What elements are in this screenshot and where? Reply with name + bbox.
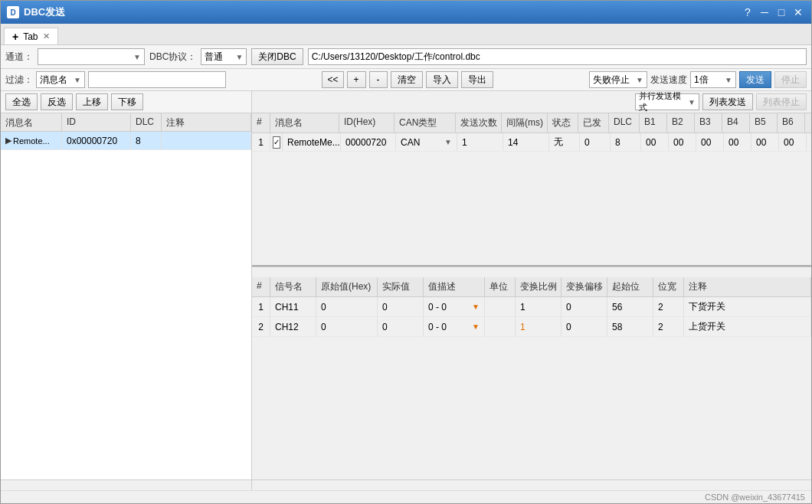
left-h-scrollbar[interactable] (1, 480, 251, 489)
parallel-mode-select[interactable]: 并行发送模式 ▼ (635, 93, 699, 110)
rt-dlc: 8 (611, 133, 641, 151)
title-bar-controls: ? ─ □ ✕ (741, 5, 805, 19)
row-id: 0x00000720 (62, 132, 131, 149)
sr1-actual: 0 (378, 297, 424, 316)
export-button[interactable]: 导出 (461, 71, 493, 88)
rt-id: 00000720 (341, 133, 396, 151)
clear-button[interactable]: 清空 (391, 71, 423, 88)
sh-signal-name: 信号名 (270, 277, 316, 296)
rh-send-count: 发送次数 (456, 113, 502, 133)
watermark-text: CSDN @weixin_43677415 (705, 493, 805, 502)
file-path-display: C:/Users/13120/Desktop/工作/control.dbc (308, 48, 807, 65)
rh-msg-name: 消息名 (270, 113, 339, 133)
list-stop-button[interactable]: 列表停止 (756, 93, 807, 110)
rh-b6: B6 (778, 113, 805, 133)
speed-arrow: ▼ (725, 76, 732, 84)
filter-type-value: 消息名 (40, 74, 70, 87)
signal-row-1[interactable]: 1 CH11 0 0 0 - 0 ▼ 1 0 56 2 下货开关 (252, 297, 811, 317)
sr2-bit-width: 2 (653, 317, 684, 336)
protocol-dropdown-arrow: ▼ (235, 53, 243, 61)
list-send-button[interactable]: 列表发送 (702, 93, 753, 110)
tab-add-icon[interactable]: + (12, 31, 18, 43)
up-button[interactable]: 上移 (76, 93, 108, 110)
filter-input[interactable] (88, 71, 226, 88)
select-all-button[interactable]: 全选 (5, 93, 38, 110)
rt-checkbox-cell[interactable]: ✓ (270, 133, 283, 151)
left-bottom-scroll (1, 479, 251, 490)
maximize-button[interactable]: □ (774, 5, 788, 19)
row-dlc: 8 (131, 132, 162, 149)
app-icon: D (7, 6, 19, 18)
tab-item[interactable]: + Tab ✕ (4, 28, 58, 44)
sr2-start-bit: 58 (607, 317, 653, 336)
window-title: DBC发送 (24, 5, 65, 19)
sh-offset: 变换偏移 (562, 277, 607, 296)
protocol-select[interactable]: 普通 ▼ (201, 48, 247, 65)
signal-panel: # 信号名 原始值(Hex) 实际值 值描述 单位 变换比例 变换偏移 起始位 … (252, 277, 811, 490)
action-row: 全选 反选 上移 下移 (1, 91, 251, 113)
right-table-row[interactable]: 1 ✓ RemoteMe... 00000720 CAN ▼ 1 14 无 0 … (252, 133, 811, 152)
rh-b3: B3 (695, 113, 722, 133)
filter-type-arrow: ▼ (74, 76, 81, 84)
speed-select[interactable]: 1倍 ▼ (690, 71, 736, 88)
rt-sent: 0 (580, 133, 611, 151)
rt-b4: 00 (724, 133, 751, 151)
sr2-desc-arrow: ▼ (472, 322, 480, 331)
sr1-num: 1 (252, 297, 270, 316)
sr1-unit (485, 297, 516, 316)
header-msg-name: 消息名 (1, 113, 62, 131)
fail-stop-label: 失败停止 (593, 74, 633, 87)
channel-dropdown-arrow: ▼ (133, 53, 141, 61)
stop-button[interactable]: 停止 (774, 71, 807, 88)
send-button[interactable]: 发送 (739, 71, 771, 88)
help-button[interactable]: ? (741, 5, 755, 19)
right-h-scrollbar[interactable] (252, 267, 811, 277)
invert-button[interactable]: 反选 (41, 93, 73, 110)
minimize-button[interactable]: ─ (758, 5, 771, 19)
import-button[interactable]: 导入 (426, 71, 458, 88)
remove-button[interactable]: - (369, 71, 388, 88)
sr2-name: CH12 (270, 317, 316, 336)
sh-note: 注释 (684, 277, 811, 296)
rt-status: 无 (549, 133, 580, 151)
row-msg-name: ▶ Remote... (1, 132, 62, 149)
title-bar-left: D DBC发送 (7, 5, 65, 19)
sr1-name: CH11 (270, 297, 316, 316)
sr1-offset: 0 (562, 297, 607, 316)
down-button[interactable]: 下移 (111, 93, 143, 110)
filter-type-select[interactable]: 消息名 ▼ (36, 71, 85, 88)
row-expand-icon: ▶ (5, 136, 11, 146)
left-table-header: 消息名 ID DLC 注释 (1, 113, 251, 132)
channel-select[interactable]: ▼ (38, 48, 145, 65)
close-button[interactable]: ✕ (791, 5, 805, 19)
right-table-header: # 消息名 ID(Hex) CAN类型 发送次数 间隔(ms) 状态 已发 DL… (252, 113, 811, 133)
sr1-desc[interactable]: 0 - 0 ▼ (424, 297, 485, 316)
rh-b5: B5 (750, 113, 778, 133)
rh-num: # (252, 113, 270, 133)
fail-stop-select[interactable]: 失败停止 ▼ (589, 71, 647, 88)
rh-b1: B1 (640, 113, 667, 133)
sr2-ratio: 1 (516, 317, 562, 336)
close-dbc-button[interactable]: 关闭DBC (251, 48, 303, 65)
sr2-desc[interactable]: 0 - 0 ▼ (424, 317, 485, 336)
signal-rows: 1 CH11 0 0 0 - 0 ▼ 1 0 56 2 下货开关 (252, 297, 811, 479)
sr2-raw: 0 (316, 317, 378, 336)
rt-can-type[interactable]: CAN ▼ (396, 133, 457, 151)
rt-msg-name: RemoteMe... (283, 133, 341, 151)
header-dlc: DLC (131, 113, 162, 131)
speed-label: 发送速度 (650, 74, 687, 87)
rh-b2: B2 (667, 113, 695, 133)
rt-checkbox[interactable]: ✓ (273, 136, 280, 149)
signal-h-scrollbar[interactable] (252, 480, 811, 489)
tab-close-icon[interactable]: ✕ (43, 31, 50, 41)
left-table-row[interactable]: ▶ Remote... 0x00000720 8 (1, 132, 251, 150)
signal-row-2[interactable]: 2 CH12 0 0 0 - 0 ▼ 1 0 58 2 上货开关 (252, 317, 811, 337)
sr2-unit (485, 317, 516, 336)
sh-actual: 实际值 (378, 277, 424, 296)
speed-value: 1倍 (694, 74, 722, 87)
add-button[interactable]: + (347, 71, 366, 88)
rh-b4: B4 (722, 113, 750, 133)
protocol-value: 普通 (205, 51, 232, 64)
prev-button[interactable]: << (322, 71, 343, 88)
parallel-mode-label: 并行发送模式 (639, 91, 685, 113)
